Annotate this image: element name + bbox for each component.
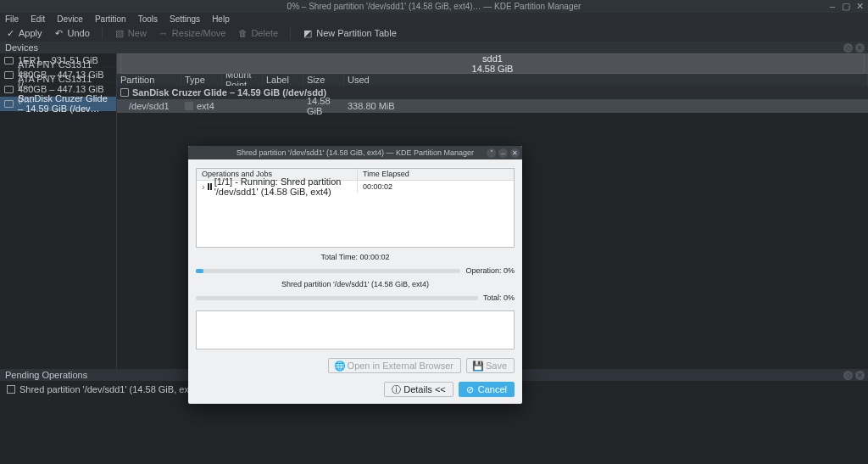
undo-icon: ↶ xyxy=(54,28,64,38)
device-item-selected[interactable]: SanDisk Cruzer Glide – 14.59 GiB (/dev… xyxy=(0,97,116,111)
drive-icon xyxy=(4,100,14,108)
col-type[interactable]: Type xyxy=(181,74,222,86)
check-icon: ✓ xyxy=(5,28,15,38)
menu-tools[interactable]: Tools xyxy=(138,14,158,24)
operation-time: 00:00:02 xyxy=(358,181,514,193)
toolbar-new-label: New xyxy=(128,28,147,38)
menu-file[interactable]: File xyxy=(5,14,19,24)
partition-size: 14.58 GiB xyxy=(303,99,344,113)
partition-table-header: Partition Type Mount Point Label Size Us… xyxy=(117,74,868,86)
dialog-min-icon[interactable]: – xyxy=(498,148,508,158)
operations-table: Operations and Jobs Time Elapsed › [1/1]… xyxy=(196,168,515,248)
progress-dialog: Shred partition '/dev/sdd1' (14.58 GiB, … xyxy=(188,146,522,404)
panel-float-icon[interactable]: ◇ xyxy=(843,43,853,53)
cancel-button[interactable]: ⊘ Cancel xyxy=(459,382,515,397)
window-minimize-icon[interactable]: – xyxy=(827,1,837,11)
toolbar-apply-label: Apply xyxy=(19,28,42,38)
menu-partition[interactable]: Partition xyxy=(95,14,126,24)
drive-icon xyxy=(4,57,14,64)
partition-name: /dev/sdd1 xyxy=(129,101,170,111)
partition-graph-segment[interactable]: sdd1 14.58 GiB xyxy=(120,53,865,74)
menu-edit[interactable]: Edit xyxy=(31,14,45,24)
toolbar-delete-label: Delete xyxy=(251,28,278,38)
partition-table-icon: ◩ xyxy=(303,28,313,38)
toolbar-separator xyxy=(290,27,291,39)
total-progress-bar xyxy=(196,296,478,300)
btn-browser-label: Open in External Browser xyxy=(348,361,453,371)
status-line: Shred partition '/dev/sdd1' (14.58 GiB, … xyxy=(196,280,515,288)
dialog-titlebar[interactable]: Shred partition '/dev/sdd1' (14.58 GiB, … xyxy=(188,146,522,159)
menu-help[interactable]: Help xyxy=(212,14,230,24)
operation-row[interactable]: › [1/1] - Running: Shred partition '/dev… xyxy=(197,181,514,193)
toolbar: ✓ Apply ↶ Undo ▧ New ↔ Resize/Move 🗑 Del… xyxy=(0,25,868,42)
ops-col-time[interactable]: Time Elapsed xyxy=(358,169,514,180)
toolbar-undo[interactable]: ↶ Undo xyxy=(54,28,90,38)
toolbar-resize-label: Resize/Move xyxy=(172,28,226,38)
save-icon: 💾 xyxy=(474,361,482,370)
partition-type: ext4 xyxy=(197,101,214,111)
dialog-close-icon[interactable]: ✕ xyxy=(510,148,520,158)
col-partition[interactable]: Partition xyxy=(117,74,181,86)
btn-details-label: Details << xyxy=(403,384,446,394)
btn-cancel-label: Cancel xyxy=(478,384,507,394)
info-icon: ⓘ xyxy=(392,385,400,394)
btn-save-label: Save xyxy=(486,361,507,371)
window-titlebar: 0% – Shred partition '/dev/sdd1' (14.58 … xyxy=(0,0,868,13)
toolbar-new: ▧ New xyxy=(114,28,147,38)
panel-close-icon[interactable]: ✕ xyxy=(855,371,865,380)
pending-title: Pending Operations xyxy=(5,370,87,380)
menu-device[interactable]: Device xyxy=(57,14,83,24)
partition-device-row[interactable]: SanDisk Cruzer Glide – 14.59 GiB (/dev/s… xyxy=(117,86,868,99)
total-time-label: Total Time: 00:00:02 xyxy=(196,253,515,261)
toolbar-npt-label: New Partition Table xyxy=(316,28,397,38)
filesystem-icon xyxy=(185,102,193,110)
window-close-icon[interactable]: ✕ xyxy=(854,1,865,11)
toolbar-undo-label: Undo xyxy=(68,28,90,38)
device-label: SanDisk Cruzer Glide – 14.59 GiB (/dev… xyxy=(18,93,112,114)
partition-used: 338.80 MiB xyxy=(344,99,868,113)
panel-close-icon[interactable]: ✕ xyxy=(855,43,865,53)
devices-list: ATA ST1000DM003-1ER1 – 931.51 GiB (… ATA… xyxy=(0,53,117,369)
drive-icon xyxy=(4,86,14,93)
partition-device-name: SanDisk Cruzer Glide – 14.59 GiB (/dev/s… xyxy=(132,87,326,98)
operation-progress-bar xyxy=(196,269,460,273)
partition-mount xyxy=(222,99,263,113)
partition-row[interactable]: /dev/sdd1 ext4 14.58 GiB 338.80 MiB xyxy=(117,99,868,113)
devices-panel-header: Devices ◇ ✕ xyxy=(0,42,868,53)
partition-graph-size: 14.58 GiB xyxy=(472,64,514,74)
drive-icon xyxy=(120,88,129,97)
new-icon: ▧ xyxy=(114,28,125,38)
operation-progress: Operation: 0% xyxy=(196,266,515,275)
cancel-icon: ⊘ xyxy=(466,385,475,394)
dialog-title: Shred partition '/dev/sdd1' (14.58 GiB, … xyxy=(236,148,474,157)
report-box xyxy=(196,310,515,349)
window-maximize-icon[interactable]: ▢ xyxy=(841,1,851,11)
dialog-collapse-icon[interactable]: ˅ xyxy=(487,148,496,158)
window-title: 0% – Shred partition '/dev/sdd1' (14.58 … xyxy=(287,2,581,11)
partition-graph-name: sdd1 xyxy=(482,53,503,64)
panel-float-icon[interactable]: ◇ xyxy=(843,371,853,380)
total-progress-label: Total: 0% xyxy=(483,293,515,302)
details-button[interactable]: ⓘ Details << xyxy=(384,382,453,397)
operation-progress-label: Operation: 0% xyxy=(465,266,515,275)
menubar: File Edit Device Partition Tools Setting… xyxy=(0,13,868,25)
resize-icon: ↔ xyxy=(159,28,169,38)
partition-graph[interactable]: sdd1 14.58 GiB xyxy=(117,53,868,74)
col-label[interactable]: Label xyxy=(263,74,303,86)
toolbar-separator xyxy=(102,27,103,39)
devices-panel-title: Devices xyxy=(5,42,38,53)
toolbar-resize: ↔ Resize/Move xyxy=(159,28,226,38)
shred-icon xyxy=(7,385,15,394)
col-used[interactable]: Used xyxy=(344,74,868,86)
drive-icon xyxy=(4,71,14,79)
pending-item-label: Shred partition '/dev/sdd1' (14.58 GiB, … xyxy=(19,384,200,394)
col-mount[interactable]: Mount Point xyxy=(222,74,263,86)
partition-label xyxy=(263,99,303,113)
toolbar-new-partition-table[interactable]: ◩ New Partition Table xyxy=(303,28,397,38)
open-external-browser-button: 🌐 Open in External Browser xyxy=(328,358,461,373)
menu-settings[interactable]: Settings xyxy=(170,14,200,24)
toolbar-apply[interactable]: ✓ Apply xyxy=(5,28,42,38)
browser-icon: 🌐 xyxy=(336,361,344,370)
chevron-right-icon[interactable]: › xyxy=(202,182,205,192)
col-size[interactable]: Size xyxy=(303,74,344,86)
